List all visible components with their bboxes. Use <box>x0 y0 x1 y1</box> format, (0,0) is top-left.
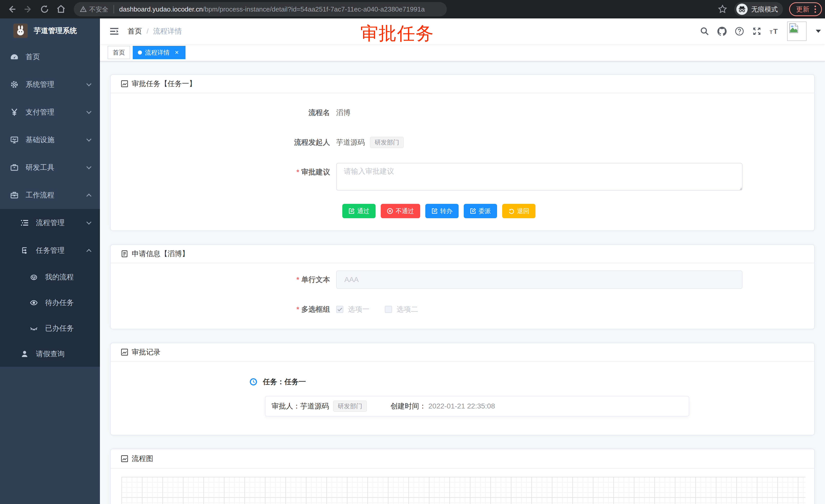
sidebar-item-done-task[interactable]: 已办任务 <box>0 316 100 341</box>
avatar-dropdown-caret[interactable] <box>816 30 821 33</box>
reject-button[interactable]: 不通过 <box>381 204 420 218</box>
task-title: 任务：任务一 <box>263 377 306 387</box>
breadcrumb: 首页 流程详情 <box>128 26 182 36</box>
app-logo[interactable]: 芋道管理系统 <box>0 18 100 43</box>
github-icon[interactable] <box>718 27 727 36</box>
dashboard-icon <box>10 53 18 61</box>
field-label-required: 审批建议 <box>121 163 336 181</box>
avatar[interactable] <box>787 21 807 41</box>
dept-tag: 研发部门 <box>370 137 404 148</box>
security-chip[interactable]: 不安全 <box>80 5 108 14</box>
fullscreen-icon[interactable] <box>752 27 761 36</box>
form-row-text: 单行文本 <box>121 270 804 289</box>
transfer-button[interactable]: 转办 <box>425 204 459 218</box>
sidebar-item-label: 流程管理 <box>36 218 87 228</box>
sidebar-item-my-process[interactable]: 我的流程 <box>0 264 100 290</box>
suggestion-textarea[interactable] <box>336 163 743 190</box>
initiator-name: 芋道源码 <box>336 133 365 152</box>
edit-icon <box>470 208 476 214</box>
breadcrumb-current: 流程详情 <box>153 26 182 36</box>
chevron-down-icon <box>86 220 91 225</box>
url-host: dashboard.yudao.iocoder.cn <box>119 5 203 13</box>
list-icon <box>20 219 29 227</box>
tags-view: 首页 流程详情 <box>100 44 825 62</box>
chevron-down-icon <box>86 137 91 142</box>
sidebar-item-home[interactable]: 首页 <box>0 43 100 71</box>
breadcrumb-separator <box>142 27 153 35</box>
eye-open-icon <box>30 299 38 307</box>
checkbox-label: 选项一 <box>348 305 369 314</box>
bpmn-grid <box>122 477 806 504</box>
broken-image-icon <box>789 23 799 33</box>
sidebar-item-devtools[interactable]: 研发工具 <box>0 154 100 181</box>
sidebar-item-leave-query[interactable]: 请假查询 <box>0 341 100 367</box>
breadcrumb-home[interactable]: 首页 <box>128 26 142 36</box>
sidebar-item-task-mgmt[interactable]: 任务管理 <box>0 237 100 264</box>
delegate-button[interactable]: 委派 <box>464 204 497 218</box>
sidebar-item-system[interactable]: 系统管理 <box>0 71 100 98</box>
rotate-left-icon <box>508 208 515 214</box>
form-row-checkboxes: 多选框组 选项一 选项二 <box>121 300 804 319</box>
approve-button[interactable]: 通过 <box>342 204 376 218</box>
security-label: 不安全 <box>89 5 108 14</box>
home-icon[interactable] <box>56 5 66 14</box>
annotation-text: 审批任务 <box>360 21 434 46</box>
search-icon[interactable] <box>700 27 709 36</box>
browser-toolbar: 不安全 dashboard.yudao.iocoder.cn/bpm/proce… <box>0 0 825 18</box>
sidebar-item-todo-task[interactable]: 待办任务 <box>0 290 100 316</box>
timeline-item: 任务：任务一 <box>249 377 804 387</box>
document-icon <box>121 250 128 257</box>
sidebar-item-label: 首页 <box>26 52 91 62</box>
initiator-value: 芋道源码 研发部门 <box>336 133 404 152</box>
card-header: 审批记录 <box>111 343 814 362</box>
record-detail-card: 审批人：芋道源码 研发部门 创建时间：2022-01-21 22:35:08 <box>265 396 689 416</box>
sidebar-item-label: 研发工具 <box>26 163 87 172</box>
form-row-initiator: 流程发起人 芋道源码 研发部门 <box>121 133 804 152</box>
tab-home[interactable]: 首页 <box>107 46 130 59</box>
form-row-suggestion: 审批建议 <box>121 163 804 190</box>
update-button[interactable]: 更新 <box>789 2 822 16</box>
warning-icon <box>80 6 87 12</box>
hamburger-icon[interactable] <box>109 26 120 36</box>
incognito-label: 无痕模式 <box>751 5 778 14</box>
user-icon <box>20 350 29 358</box>
sidebar-item-process-mgmt[interactable]: 流程管理 <box>0 209 100 237</box>
sidebar: 芋道管理系统 首页 系统管理 支付管理 基础设施 研发工具 工作流 <box>0 18 100 504</box>
picture-icon <box>121 455 128 462</box>
reload-icon[interactable] <box>40 5 49 14</box>
return-button[interactable]: 退回 <box>502 204 535 218</box>
card-header: 流程图 <box>111 449 814 469</box>
sidebar-item-infra[interactable]: 基础设施 <box>0 126 100 154</box>
field-label-required: 多选框组 <box>121 300 336 319</box>
sidebar-item-pay[interactable]: 支付管理 <box>0 98 100 126</box>
navbar: 首页 流程详情 TT <box>100 18 825 44</box>
app-title: 芋道管理系统 <box>34 26 77 35</box>
card-title: 流程图 <box>132 454 153 464</box>
card-title: 审批记录 <box>132 347 160 357</box>
forward-icon[interactable] <box>23 5 33 14</box>
bpmn-canvas[interactable] <box>111 469 814 504</box>
font-size-icon[interactable]: TT <box>770 27 779 36</box>
main-content: 审批任务【任务一】 流程名 滔博 流程发起人 芋道源码 研发部门 审批建议 <box>100 62 825 504</box>
checkbox-label: 选项二 <box>397 305 418 314</box>
bookmark-star-icon[interactable] <box>718 5 727 14</box>
tree-icon <box>20 246 29 255</box>
sidebar-item-label: 基础设施 <box>26 135 87 145</box>
back-icon[interactable] <box>7 5 16 14</box>
checkbox-group: 选项一 选项二 <box>336 305 418 314</box>
dept-tag: 研发部门 <box>333 401 367 412</box>
tab-process-detail[interactable]: 流程详情 <box>133 46 185 59</box>
address-bar[interactable]: 不安全 dashboard.yudao.iocoder.cn/bpm/proce… <box>74 2 447 16</box>
help-icon[interactable] <box>735 27 744 36</box>
tab-close-icon[interactable] <box>173 49 180 56</box>
update-label: 更新 <box>796 5 809 14</box>
create-time-value: 2022-01-21 22:35:08 <box>428 402 495 410</box>
browser-menu-icon[interactable] <box>814 5 817 14</box>
card-title: 审批任务【任务一】 <box>132 79 196 89</box>
face-icon <box>30 273 38 281</box>
clock-icon <box>249 378 257 386</box>
approval-task-card: 审批任务【任务一】 流程名 滔博 流程发起人 芋道源码 研发部门 审批建议 <box>110 74 815 231</box>
create-time-label: 创建时间： <box>390 401 426 411</box>
sidebar-item-workflow[interactable]: 工作流程 <box>0 181 100 209</box>
checkbox-checked-icon <box>336 306 343 313</box>
